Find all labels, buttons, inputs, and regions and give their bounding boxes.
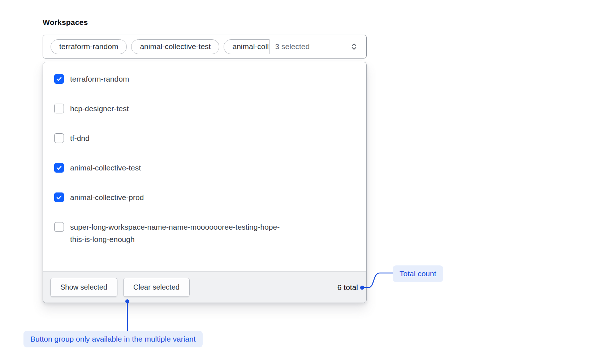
workspaces-multiselect: Workspaces terraform-randomanimal-collec…: [43, 18, 367, 303]
annotation-total-count: Total count: [393, 265, 443, 282]
chevrons-up-down-icon: [350, 42, 358, 51]
checkbox[interactable]: [54, 74, 64, 84]
option-label: animal-collective-prod: [70, 191, 144, 204]
check-icon: [56, 164, 62, 171]
total-count-text: 6 total: [337, 283, 358, 292]
option-label: hcp-designer-test: [70, 103, 129, 115]
multiselect-trigger[interactable]: terraform-randomanimal-collective-testan…: [43, 35, 367, 58]
show-selected-button[interactable]: Show selected: [50, 278, 117, 297]
option-label: animal-collective-test: [70, 162, 141, 174]
option-label: terraform-random: [70, 73, 129, 85]
checkbox[interactable]: [54, 133, 64, 143]
checkbox[interactable]: [54, 192, 64, 202]
check-icon: [56, 75, 62, 82]
selected-count: 3 selected: [275, 42, 310, 51]
listbox-option[interactable]: tf-dnd: [54, 132, 358, 144]
annotation-connector-total: [363, 269, 394, 290]
clear-selected-button[interactable]: Clear selected: [123, 278, 190, 297]
checkbox[interactable]: [54, 222, 64, 232]
listbox-option[interactable]: terraform-random: [54, 73, 358, 85]
listbox-footer: Show selected Clear selected 6 total: [43, 272, 366, 303]
selected-tag-clipped: animal-collective-prod: [224, 39, 269, 54]
listbox-option[interactable]: animal-collective-prod: [54, 191, 358, 204]
listbox-option[interactable]: animal-collective-test: [54, 162, 358, 174]
field-label: Workspaces: [43, 18, 367, 27]
selected-tag: animal-collective-prod: [224, 39, 269, 54]
screen: Workspaces terraform-randomanimal-collec…: [0, 0, 604, 364]
selected-tag: animal-collective-test: [131, 39, 219, 54]
selected-tag: terraform-random: [51, 39, 127, 54]
check-icon: [56, 194, 62, 201]
annotation-button-group: Button group only available in the multi…: [23, 331, 203, 347]
selected-tags: terraform-randomanimal-collective-testan…: [51, 39, 269, 54]
annotation-connector-button-group: [127, 303, 128, 331]
option-list: terraform-random hcp-designer-test tf-dn…: [43, 62, 366, 272]
checkbox[interactable]: [54, 104, 64, 113]
listbox-option[interactable]: super-long-workspace-name-name-moooooore…: [54, 221, 358, 246]
checkbox[interactable]: [54, 163, 64, 173]
listbox-option[interactable]: hcp-designer-test: [54, 103, 358, 115]
option-label: super-long-workspace-name-name-moooooore…: [70, 221, 290, 246]
option-label: tf-dnd: [70, 132, 90, 144]
listbox-panel: terraform-random hcp-designer-test tf-dn…: [43, 62, 367, 303]
